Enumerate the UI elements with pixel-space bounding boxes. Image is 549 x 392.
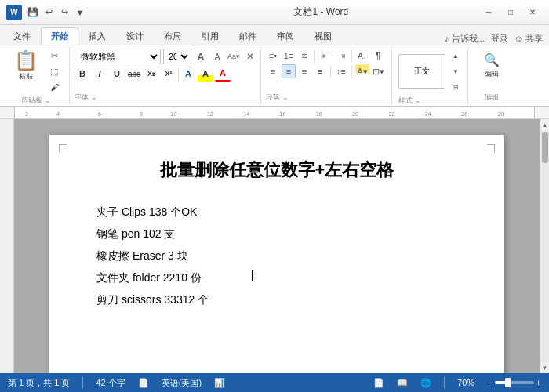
document-page: 批量删除任意位数字+左右空格 夹子 Clips 138 个OK 钢笔 pen 1… (49, 135, 504, 373)
tab-view[interactable]: 视图 (304, 27, 342, 45)
tab-references[interactable]: 引用 (191, 27, 229, 45)
doc-line-2: 钢笔 pen 102 支 (96, 223, 457, 245)
underline-btn[interactable]: U (109, 66, 125, 82)
tab-design[interactable]: 设计 (116, 27, 154, 45)
tab-home[interactable]: 开始 (41, 27, 78, 45)
paragraph-group: ≡• 1≡ ≋ ⇤ ⇥ A↓ ¶ ≡ ≡ ≡ ≡ ↕≡ A▾ ⊡▾ 段落 ⌄ (263, 47, 392, 104)
customize-qat-btn[interactable]: ▼ (74, 6, 86, 19)
borders-btn[interactable]: ⊡▾ (371, 64, 385, 78)
vertical-scrollbar[interactable]: ▲ ▼ (540, 119, 549, 373)
para-row2: ≡ ≡ ≡ ≡ ↕≡ A▾ ⊡▾ (266, 64, 388, 78)
page-info: 第 1 页，共 1 页 (8, 377, 70, 389)
view-web-btn[interactable]: 🌐 (420, 378, 431, 388)
font-size-select[interactable]: 20 (163, 49, 191, 64)
bold-btn[interactable]: B (75, 66, 90, 82)
font-name-select[interactable]: 微软雅黑 (75, 49, 161, 64)
font-color-btn[interactable]: A (215, 66, 231, 82)
numbering-btn[interactable]: 1≡ (282, 49, 296, 63)
font-group-label: 字体 ⌄ (75, 91, 257, 103)
document-title: 批量删除任意位数字+左右空格 (96, 158, 457, 182)
word-logo-icon: W (6, 5, 22, 20)
quick-access-toolbar: 💾 ↩ ↪ ▼ (27, 6, 86, 19)
increase-indent-btn[interactable]: ⇥ (334, 49, 348, 63)
bullets-btn[interactable]: ≡• (266, 49, 280, 63)
document-area[interactable]: 批量删除任意位数字+左右空格 夹子 Clips 138 个OK 钢笔 pen 1… (14, 119, 540, 373)
status-bar: 第 1 页，共 1 页 42 个字 📄 英语(美国) 📊 📄 📖 🌐 70% −… (0, 373, 549, 392)
scroll-thumb[interactable] (542, 132, 548, 163)
align-right-btn[interactable]: ≡ (297, 64, 311, 78)
clipboard-group: 📋 粘贴 ✂ ⬚ 🖌 剪贴板 ⌄ (3, 47, 70, 104)
strikethrough-btn[interactable]: abc (126, 66, 142, 82)
highlight-btn[interactable]: A (198, 66, 213, 82)
login-btn[interactable]: 登录 (491, 33, 508, 45)
align-center-btn[interactable]: ≡ (282, 64, 296, 78)
tab-layout[interactable]: 布局 (154, 27, 191, 45)
document-content[interactable]: 夹子 Clips 138 个OK 钢笔 pen 102 支 橡皮擦 Eraser… (96, 201, 457, 310)
shrink-font-btn[interactable]: A (210, 49, 224, 64)
subscript-btn[interactable]: X₂ (144, 66, 159, 82)
change-case-btn[interactable]: Aa▾ (227, 49, 241, 64)
doc-line-1: 夹子 Clips 138 个OK (96, 201, 457, 223)
title-bar-left: W 💾 ↩ ↪ ▼ (6, 5, 164, 20)
clear-format-btn[interactable]: ✕ (243, 49, 257, 64)
cut-btn[interactable]: ✂ (45, 49, 63, 63)
tab-review[interactable]: 审阅 (267, 27, 304, 45)
sort-btn[interactable]: A↓ (355, 49, 369, 63)
close-btn[interactable]: ✕ (522, 5, 543, 20)
language: 英语(美国) (162, 377, 202, 389)
grow-font-btn[interactable]: A (194, 49, 208, 64)
italic-btn[interactable]: I (92, 66, 107, 82)
tell-me-btn[interactable]: ♪ 告诉我... (445, 33, 485, 45)
multilevel-btn[interactable]: ≋ (297, 49, 311, 63)
justify-btn[interactable]: ≡ (313, 64, 327, 78)
save-btn[interactable]: 💾 (27, 6, 39, 19)
scroll-track[interactable] (540, 130, 549, 362)
doc-line-5: 剪刀 scissors 33312 个 (96, 289, 457, 310)
view-normal-btn[interactable]: 📄 (373, 378, 384, 388)
share-btn[interactable]: ☺ 共享 (514, 33, 543, 45)
content-area: 批量删除任意位数字+左右空格 夹子 Clips 138 个OK 钢笔 pen 1… (0, 119, 549, 373)
word-count-icon: 📊 (214, 378, 225, 388)
copy-btn[interactable]: ⬚ (45, 64, 63, 78)
redo-btn[interactable]: ↪ (58, 6, 71, 19)
scroll-down-btn[interactable]: ▼ (540, 362, 550, 373)
tab-file[interactable]: 文件 (3, 27, 41, 45)
tab-mailings[interactable]: 邮件 (229, 27, 267, 45)
ribbon-tabs: 文件 开始 插入 设计 布局 引用 邮件 审阅 视图 ♪ 告诉我... 登录 ☺… (0, 25, 549, 45)
edit-find-btn[interactable]: 🔍 编辑 (474, 49, 509, 83)
ribbon-bar: 📋 粘贴 ✂ ⬚ 🖌 剪贴板 ⌄ 微软雅黑 20 A A Aa▾ ✕ B (0, 45, 549, 107)
undo-btn[interactable]: ↩ (42, 6, 55, 19)
zoom-out-btn[interactable]: − (487, 378, 492, 387)
font-group: 微软雅黑 20 A A Aa▾ ✕ B I U abc X₂ X² A A A … (71, 47, 261, 104)
style-down-btn[interactable]: ▼ (449, 64, 463, 78)
normal-style-item[interactable]: 正文 (398, 54, 445, 89)
line-spacing-btn[interactable]: ↕≡ (334, 64, 348, 78)
window-title: 文档1 - Word (164, 5, 478, 19)
paste-button[interactable]: 📋 粘贴 (9, 49, 42, 94)
decrease-indent-btn[interactable]: ⇤ (318, 49, 333, 63)
left-sidebar (0, 119, 14, 373)
window-controls: ─ □ ✕ (478, 5, 543, 20)
minimize-btn[interactable]: ─ (478, 5, 499, 20)
text-effect-btn[interactable]: A (180, 66, 196, 82)
view-read-btn[interactable]: 📖 (397, 378, 408, 388)
word-count: 42 个字 (96, 377, 125, 389)
style-up-btn[interactable]: ▲ (449, 49, 463, 63)
zoom-slider[interactable]: − + (487, 378, 541, 387)
ribbon-right-tools: ♪ 告诉我... 登录 ☺ 共享 (445, 33, 549, 45)
proofreading-icon: 📄 (138, 378, 149, 388)
style-more-btn[interactable]: ⊟ (449, 80, 463, 94)
doc-line-3: 橡皮擦 Eraser 3 块 (96, 245, 457, 267)
shading-btn[interactable]: A▾ (355, 64, 369, 78)
align-left-btn[interactable]: ≡ (266, 64, 280, 78)
font-row2: B I U abc X₂ X² A A A (75, 66, 257, 82)
maximize-btn[interactable]: □ (500, 5, 521, 20)
scroll-up-btn[interactable]: ▲ (540, 119, 550, 130)
format-painter-btn[interactable]: 🖌 (45, 80, 63, 94)
tab-insert[interactable]: 插入 (78, 27, 116, 45)
ruler-inner: 2 4 6 8 10 12 14 16 18 20 22 24 26 28 (14, 107, 535, 118)
zoom-in-btn[interactable]: + (536, 378, 541, 387)
styles-group-label: 样式 ⌄ (398, 94, 463, 106)
superscript-btn[interactable]: X² (161, 66, 176, 82)
show-formatting-btn[interactable]: ¶ (371, 49, 385, 63)
